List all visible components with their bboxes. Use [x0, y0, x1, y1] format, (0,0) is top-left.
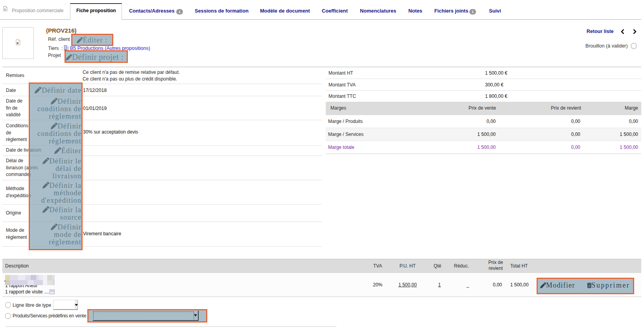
- svg-text:P: P: [17, 42, 18, 44]
